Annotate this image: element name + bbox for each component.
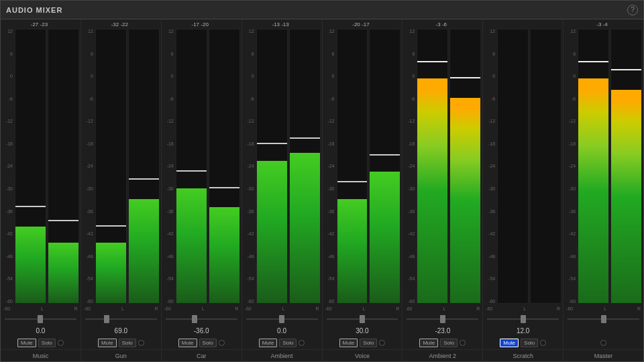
controls-row: MuteSolo	[323, 336, 402, 349]
fader-handle[interactable]	[192, 315, 197, 323]
scale-label: -6	[404, 97, 415, 101]
bar-fill-right	[48, 243, 78, 303]
scale-bottom-label: -60	[164, 306, 171, 311]
monitor-circle[interactable]	[219, 340, 225, 346]
mute-button[interactable]: Mute	[259, 339, 278, 347]
peak-marker-right	[611, 69, 641, 70]
scale-label: -36	[565, 209, 576, 214]
channel-peak-display	[483, 19, 563, 29]
meter-bar-right	[209, 29, 240, 304]
scale-label: -36	[244, 209, 254, 214]
fader-row[interactable]	[402, 313, 482, 325]
channel-car: -17 -201260-6-12-18-24-30-36-42-48-54-60…	[162, 19, 242, 361]
lr-label-l: L	[202, 306, 205, 311]
solo-button[interactable]: Solo	[279, 339, 297, 347]
mute-button[interactable]: Mute	[98, 339, 117, 347]
fader-track[interactable]	[5, 318, 76, 320]
bottom-scale-row: -60LR	[1, 304, 80, 313]
fader-handle[interactable]	[279, 315, 284, 323]
monitor-circle[interactable]	[460, 340, 466, 346]
db-value: -23.0	[402, 325, 482, 336]
scale-label: 12	[2, 29, 13, 34]
meter-bar-left	[256, 29, 288, 304]
bar-fill-left	[257, 161, 287, 303]
fader-handle[interactable]	[360, 315, 365, 323]
fader-track[interactable]	[407, 318, 478, 320]
scale-label: -18	[565, 141, 576, 146]
scale-label: -12	[565, 119, 576, 123]
db-value: -36.0	[162, 325, 241, 336]
scale-label: -42	[324, 231, 335, 236]
scale-label: 6	[565, 52, 576, 56]
fader-row[interactable]	[81, 313, 161, 325]
meter-area: 1260-6-12-18-24-30-36-42-48-54-60	[1, 29, 80, 304]
monitor-circle[interactable]	[600, 340, 606, 346]
db-scale: 1260-6-12-18-24-30-36-42-48-54-60	[484, 29, 496, 304]
fader-handle[interactable]	[38, 315, 43, 323]
fader-handle[interactable]	[601, 315, 606, 323]
fader-handle[interactable]	[440, 315, 445, 323]
fader-track[interactable]	[568, 318, 639, 320]
scale-bottom-label: -60	[325, 306, 332, 311]
lr-label-l: L	[443, 306, 445, 311]
monitor-circle[interactable]	[379, 340, 385, 346]
fader-track[interactable]	[85, 318, 157, 320]
scale-label: -12	[404, 119, 415, 123]
mute-button[interactable]: Mute	[419, 339, 438, 347]
lr-label-l: L	[363, 306, 366, 311]
mute-button[interactable]: Mute	[17, 339, 36, 347]
channel-name: Ambient 2	[402, 349, 482, 361]
fader-row[interactable]	[162, 313, 241, 325]
mute-button[interactable]: Mute	[500, 339, 519, 347]
bottom-scale-row: -60LR	[564, 304, 643, 313]
meter-bars	[176, 29, 240, 304]
solo-button[interactable]: Solo	[119, 339, 136, 347]
fader-track[interactable]	[487, 318, 559, 320]
scale-label: 0	[484, 74, 495, 78]
solo-button[interactable]: Solo	[38, 339, 56, 347]
fader-track[interactable]	[327, 318, 398, 320]
scale-label: -60	[565, 299, 576, 304]
scale-label: -48	[244, 254, 254, 259]
mixer-channels: -27 -231260-6-12-18-24-30-36-42-48-54-60…	[1, 19, 643, 361]
solo-button[interactable]: Solo	[521, 339, 538, 347]
scale-label: 0	[324, 74, 335, 78]
fader-track[interactable]	[166, 318, 237, 320]
mute-button[interactable]: Mute	[178, 339, 197, 347]
scale-label: -54	[2, 276, 13, 281]
help-icon[interactable]: ?	[627, 5, 638, 15]
peak-marker-left	[96, 225, 126, 227]
fader-track[interactable]	[246, 318, 318, 320]
controls-row: MuteSolo	[81, 336, 161, 349]
fader-row[interactable]	[323, 313, 402, 325]
fader-row[interactable]	[564, 313, 643, 325]
scale-label: -48	[484, 254, 495, 259]
fader-row[interactable]	[242, 313, 322, 325]
monitor-circle[interactable]	[299, 340, 305, 346]
peak-marker-right	[290, 137, 320, 139]
scale-label: -30	[83, 186, 93, 191]
peak-marker-left	[176, 170, 207, 172]
monitor-circle[interactable]	[138, 340, 144, 346]
scale-label: 12	[244, 29, 254, 34]
controls-row: MuteSolo	[242, 336, 322, 349]
meter-bars	[497, 29, 561, 304]
solo-button[interactable]: Solo	[440, 339, 458, 347]
peak-marker-left	[578, 61, 608, 62]
scale-label: -42	[2, 231, 13, 236]
fader-row[interactable]	[483, 313, 563, 325]
mute-button[interactable]: Mute	[339, 339, 358, 347]
fader-row[interactable]	[1, 313, 80, 325]
solo-button[interactable]: Solo	[199, 339, 217, 347]
scale-label: 6	[2, 52, 13, 56]
solo-button[interactable]: Solo	[360, 339, 377, 347]
fader-handle[interactable]	[521, 315, 526, 323]
scale-label: 6	[484, 52, 495, 56]
scale-label: 6	[404, 52, 415, 56]
fader-handle[interactable]	[104, 315, 109, 323]
monitor-circle[interactable]	[58, 340, 64, 346]
scale-label: -36	[324, 209, 335, 214]
monitor-circle[interactable]	[540, 340, 546, 346]
scale-label: -60	[484, 299, 495, 304]
scale-label: -60	[2, 299, 13, 304]
